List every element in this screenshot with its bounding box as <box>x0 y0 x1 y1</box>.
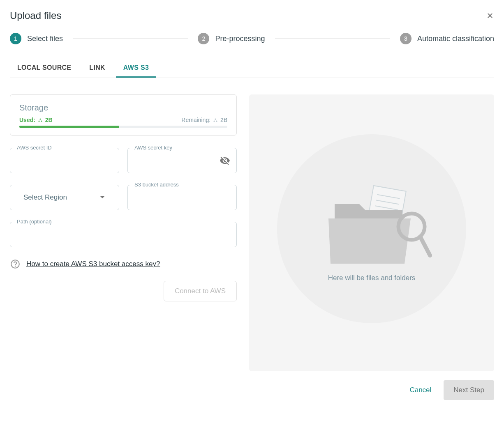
storage-progress <box>19 126 227 128</box>
storage-title: Storage <box>19 103 227 113</box>
step-automatic-classification[interactable]: 3 Automatic classification <box>400 33 494 44</box>
visibility-off-icon[interactable] <box>220 155 230 166</box>
storage-remaining: Remaining: 2B <box>181 117 227 123</box>
step-label: Pre-processing <box>215 34 265 43</box>
region-select[interactable]: Select Region <box>10 185 119 210</box>
svg-point-3 <box>215 119 216 120</box>
page-title: Upload files <box>10 10 61 21</box>
cancel-button[interactable]: Cancel <box>405 381 435 399</box>
aws-secret-id-field: AWS secret ID <box>10 148 119 173</box>
field-label: Path (optional) <box>15 218 54 225</box>
close-icon[interactable] <box>486 11 494 20</box>
field-label: AWS secret ID <box>15 145 54 151</box>
svg-point-5 <box>216 121 217 122</box>
preview-placeholder-text: Here will be files and folders <box>328 274 416 282</box>
tab-aws-s3[interactable]: AWS S3 <box>116 59 156 78</box>
step-number: 3 <box>400 33 412 44</box>
connect-to-aws-button[interactable]: Connect to AWS <box>164 281 237 301</box>
step-select-files[interactable]: 1 Select files <box>10 33 63 44</box>
path-input[interactable] <box>10 222 237 247</box>
stepper: 1 Select files 2 Pre-processing 3 Automa… <box>10 33 494 44</box>
step-number: 1 <box>10 33 21 44</box>
source-tabs: LOCAL SOURCE LINK AWS S3 <box>10 59 494 78</box>
svg-line-12 <box>420 237 430 255</box>
storage-card: Storage Used: 2B Remaining: 2B <box>10 94 237 136</box>
aws-secret-id-input[interactable] <box>10 148 119 173</box>
region-select-field: Select Region <box>10 185 119 210</box>
svg-point-0 <box>39 119 41 120</box>
field-label: AWS secret key <box>132 145 174 151</box>
tab-link[interactable]: LINK <box>82 59 113 78</box>
step-divider <box>73 39 188 39</box>
storage-dots-icon <box>213 118 218 122</box>
file-preview-panel: Here will be files and folders <box>249 94 494 371</box>
svg-point-4 <box>213 121 215 122</box>
s3-bucket-input[interactable] <box>127 185 237 210</box>
step-number: 2 <box>198 33 209 44</box>
step-divider <box>275 39 390 39</box>
step-pre-processing[interactable]: 2 Pre-processing <box>198 33 265 44</box>
s3-bucket-field: S3 bucket address <box>127 185 237 210</box>
step-label: Automatic classification <box>417 34 494 43</box>
folder-search-icon <box>310 182 433 276</box>
help-link[interactable]: How to create AWS S3 bucket access key? <box>26 260 160 268</box>
field-label: S3 bucket address <box>132 182 181 188</box>
svg-point-1 <box>38 121 39 122</box>
storage-used: Used: 2B <box>19 117 53 123</box>
aws-secret-key-field: AWS secret key <box>127 148 237 173</box>
step-label: Select files <box>27 34 63 43</box>
tab-local-source[interactable]: LOCAL SOURCE <box>10 59 79 78</box>
chevron-down-icon <box>100 196 105 199</box>
help-icon <box>10 259 21 269</box>
next-step-button[interactable]: Next Step <box>444 380 494 400</box>
svg-point-2 <box>41 121 42 122</box>
storage-dots-icon <box>38 118 43 122</box>
preview-placeholder-graphic <box>277 134 466 323</box>
region-placeholder: Select Region <box>17 193 67 202</box>
path-field: Path (optional) <box>10 222 237 247</box>
